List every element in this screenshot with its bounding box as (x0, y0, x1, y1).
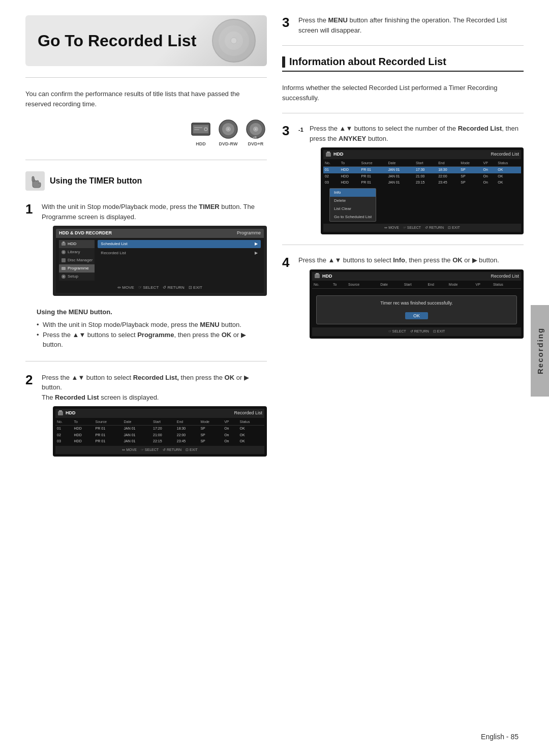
svg-rect-25 (62, 258, 66, 262)
page-title: Go To Recorded List (38, 32, 196, 50)
divider-1 (25, 77, 267, 78)
context-menu: Info Delete List Clear Go to Scheduled L… (329, 188, 376, 222)
step-3-top: 3 Press the MENU button after finishing … (282, 15, 524, 35)
popup-ok-button[interactable]: OK (405, 312, 428, 319)
step-1-content: With the unit in Stop mode/Playback mode… (42, 202, 267, 296)
step-3-top-content: Press the MENU button after finishing th… (298, 15, 524, 35)
svg-rect-32 (327, 152, 330, 153)
step-3-1-sub: -1 (298, 127, 304, 133)
hdd-icon (190, 118, 212, 140)
menu-item-delete: Delete (330, 197, 376, 205)
recorded-list-screen-2: HDD Recorded List No.ToSourceDateStartEn… (321, 147, 524, 234)
svg-point-13 (227, 128, 229, 130)
left-column: Go To Recorded List You can confirm the … (25, 15, 267, 741)
svg-rect-8 (194, 127, 202, 128)
using-menu-content: Using the MENU button. With the unit in … (37, 307, 267, 350)
recorded-list-screen-3: HDD Recorded List No.ToSourceDateStartEn… (310, 269, 524, 339)
device-icons: HDD DVD-RW (25, 118, 267, 146)
step-3-1-num: 3 (282, 124, 293, 138)
hand-icon (25, 171, 45, 191)
dvd-r-label: DVD+R (248, 141, 264, 146)
page-title-box: Go To Recorded List (25, 15, 267, 66)
using-menu-title: Using the MENU button. (37, 307, 267, 317)
dvd-rw-label: DVD-RW (219, 141, 238, 146)
svg-point-3 (231, 38, 237, 44)
svg-point-24 (63, 251, 65, 253)
divider-right-2 (282, 113, 524, 113)
svg-rect-22 (63, 241, 65, 243)
svg-rect-29 (58, 411, 63, 415)
divider-right-3 (282, 245, 524, 245)
svg-point-7 (205, 129, 207, 130)
timer-section-heading: Using the TIMER button (25, 171, 267, 191)
menu-item-info: Info (330, 189, 376, 197)
section-bar (282, 56, 285, 68)
divider-right-1 (282, 45, 524, 46)
using-menu-bullets: With the unit in Stop mode/Playback mode… (37, 320, 267, 350)
page-footer: English - 85 (481, 733, 518, 741)
menu-item-list-clear: List Clear (330, 205, 376, 213)
page-number: English - 85 (481, 733, 518, 741)
svg-rect-33 (315, 274, 320, 278)
svg-rect-26 (62, 267, 66, 270)
info-section-text: Informs whether the selected Recorded Li… (282, 83, 524, 103)
step-2-num: 2 (25, 373, 37, 387)
dvd-r-icon: +R (245, 118, 267, 140)
step-2-content: Press the ▲▼ button to select Recorded L… (42, 373, 267, 457)
menu-bullet-1: With the unit in Stop mode/Playback mode… (37, 320, 267, 330)
info-section-heading: Information about Recorded List (282, 56, 524, 72)
step-3-top-num: 3 (282, 15, 293, 30)
divider-2 (25, 160, 267, 160)
svg-rect-31 (326, 153, 331, 157)
dvd-r-icon-box: +R DVD+R (245, 118, 267, 146)
step-3-1: 3 -1 Press the ▲▼ buttons to select the … (282, 124, 524, 234)
svg-rect-30 (59, 410, 62, 412)
step-4-num: 4 (282, 255, 293, 270)
hdd-label: HDD (196, 141, 206, 146)
timer-section-title: Using the TIMER button (50, 176, 142, 186)
svg-rect-20 (32, 176, 34, 182)
disc-decoration (211, 18, 257, 64)
step-4: 4 Press the ▲▼ buttons to select Info, t… (282, 255, 524, 339)
using-menu-block: Using the MENU button. With the unit in … (25, 307, 267, 350)
side-tab: Recording (531, 305, 549, 397)
step-3-1-content: Press the ▲▼ buttons to select the numbe… (310, 124, 524, 234)
hdd-icon-box: HDD (190, 118, 212, 146)
divider-3 (25, 361, 267, 361)
step-4-content: Press the ▲▼ buttons to select Info, the… (298, 255, 524, 339)
svg-point-28 (63, 276, 65, 277)
intro-text: You can confirm the performance results … (25, 89, 267, 109)
info-section-title: Information about Recorded List (289, 56, 446, 68)
dvd-rw-icon (217, 118, 239, 140)
step-2: 2 Press the ▲▼ button to select Recorded… (25, 373, 267, 457)
svg-text:+R: +R (253, 136, 257, 139)
menu-item-goto-scheduled: Go to Scheduled List (330, 213, 376, 221)
info-popup: Timer rec was finished successfully. OK (316, 295, 517, 324)
popup-message: Timer rec was finished successfully. (323, 300, 510, 307)
svg-rect-34 (316, 273, 319, 275)
dvd-rw-icon-box: DVD-RW (217, 118, 239, 146)
svg-rect-9 (194, 129, 199, 130)
programme-screen-mockup: HDD & DVD RECORDER Programme HDD (53, 226, 267, 296)
svg-point-17 (255, 128, 257, 130)
recorded-list-screen-1: HDD Recorded List No.ToSourceDateStartEn… (53, 406, 267, 457)
menu-bullet-2: Press the ▲▼ buttons to select Programme… (37, 330, 267, 350)
right-column: 3 Press the MENU button after finishing … (282, 15, 524, 741)
step-1: 1 With the unit in Stop mode/Playback mo… (25, 202, 267, 296)
step-1-num: 1 (25, 202, 37, 217)
